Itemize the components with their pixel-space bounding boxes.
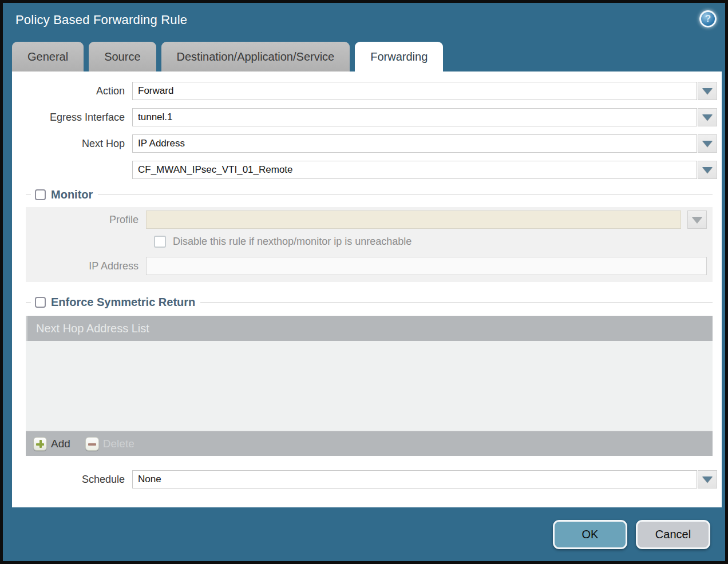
monitor-group: Monitor Profile Disable this rule if nex… — [26, 187, 713, 282]
delete-button: Delete — [85, 437, 134, 451]
egress-interface-label: Egress Interface — [12, 108, 132, 126]
cancel-button[interactable]: Cancel — [636, 520, 710, 549]
schedule-input[interactable] — [132, 470, 697, 488]
help-icon[interactable]: ? — [699, 10, 717, 27]
next-hop-address-list-column-header: Next Hop Address List — [26, 316, 713, 341]
chevron-down-icon — [702, 167, 713, 173]
disable-rule-label: Disable this rule if nexthop/monitor ip … — [173, 236, 412, 248]
next-hop-type-dropdown-button[interactable] — [698, 134, 717, 153]
add-button[interactable]: Add — [33, 437, 70, 451]
chevron-down-icon — [702, 114, 713, 121]
pbf-rule-dialog: Policy Based Forwarding Rule ? General S… — [0, 0, 728, 564]
tab-source[interactable]: Source — [89, 42, 156, 72]
dialog-title: Policy Based Forwarding Rule — [15, 13, 187, 27]
schedule-row: Schedule — [12, 470, 717, 488]
plus-icon — [33, 437, 47, 451]
disable-rule-row: Disable this rule if nexthop/monitor ip … — [154, 236, 713, 248]
forwarding-tab-panel: Action Egress Interface Next Hop — [12, 72, 722, 507]
next-hop-address-list-toolbar: Add Delete — [26, 431, 713, 456]
action-label: Action — [12, 82, 132, 100]
tab-general[interactable]: General — [12, 42, 84, 72]
add-button-label: Add — [51, 438, 70, 450]
enforce-symmetric-return-checkbox[interactable] — [35, 297, 46, 308]
tab-destination-application-service[interactable]: Destination/Application/Service — [161, 42, 350, 72]
chevron-down-icon — [702, 88, 713, 94]
tab-bar: General Source Destination/Application/S… — [12, 42, 443, 72]
monitor-ip-address-row: IP Address — [26, 257, 713, 275]
delete-button-label: Delete — [103, 438, 134, 450]
monitor-checkbox[interactable] — [35, 189, 46, 200]
next-hop-address-input[interactable] — [132, 161, 697, 179]
monitor-group-header: Monitor — [26, 187, 713, 202]
minus-icon — [85, 437, 99, 451]
next-hop-address-label-spacer — [12, 161, 132, 179]
next-hop-label: Next Hop — [12, 134, 132, 153]
egress-interface-dropdown-button[interactable] — [698, 108, 717, 126]
next-hop-type-input[interactable] — [132, 134, 697, 153]
monitor-panel: Profile Disable this rule if nexthop/mon… — [26, 207, 713, 282]
enforce-symmetric-return-header: Enforce Symmetric Return — [26, 295, 713, 309]
next-hop-row: Next Hop — [12, 134, 717, 153]
ok-button[interactable]: OK — [553, 520, 627, 549]
action-input[interactable] — [132, 82, 697, 100]
enforce-symmetric-return-group: Enforce Symmetric Return Next Hop Addres… — [26, 295, 713, 456]
dialog-footer: OK Cancel — [553, 520, 710, 549]
chevron-down-icon — [702, 141, 713, 147]
chevron-down-icon — [702, 476, 713, 483]
disable-rule-checkbox — [154, 236, 166, 248]
next-hop-address-dropdown-button[interactable] — [698, 161, 717, 179]
profile-row: Profile — [26, 210, 713, 229]
egress-interface-row: Egress Interface — [12, 108, 717, 126]
next-hop-address-row — [12, 161, 717, 179]
enforce-symmetric-return-title: Enforce Symmetric Return — [51, 296, 195, 309]
monitor-group-title: Monitor — [51, 188, 93, 201]
next-hop-address-list-body[interactable] — [26, 341, 713, 431]
profile-dropdown-button — [687, 210, 707, 229]
monitor-ip-address-input — [146, 257, 707, 275]
monitor-ip-address-label: IP Address — [26, 257, 146, 275]
egress-interface-input[interactable] — [132, 108, 697, 126]
profile-input — [146, 210, 681, 229]
chevron-down-icon — [692, 217, 702, 223]
next-hop-address-list-table: Next Hop Address List Add Delete — [26, 316, 713, 456]
action-dropdown-button[interactable] — [698, 82, 717, 100]
schedule-label: Schedule — [12, 470, 132, 488]
action-row: Action — [12, 82, 717, 100]
profile-label: Profile — [26, 210, 146, 229]
tab-forwarding[interactable]: Forwarding — [355, 42, 443, 72]
schedule-dropdown-button[interactable] — [698, 470, 717, 488]
